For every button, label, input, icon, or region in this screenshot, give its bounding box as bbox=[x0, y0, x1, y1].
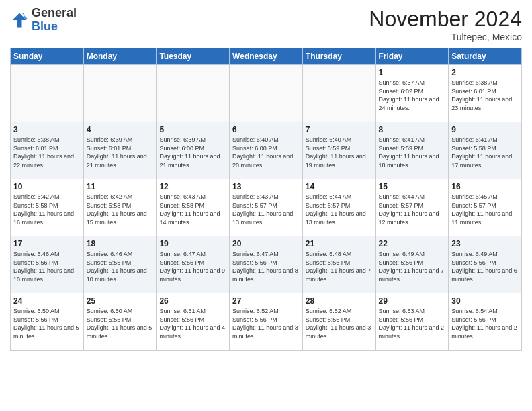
table-row: 4Sunrise: 6:39 AMSunset: 6:01 PMDaylight… bbox=[83, 122, 157, 179]
day-number: 13 bbox=[232, 182, 300, 191]
day-number: 29 bbox=[379, 296, 446, 306]
table-row: 7Sunrise: 6:40 AMSunset: 5:59 PMDaylight… bbox=[302, 122, 375, 179]
col-thursday: Thursday bbox=[302, 48, 375, 65]
title-block: November 2024 Tultepec, Mexico bbox=[369, 7, 522, 42]
day-info: Sunrise: 6:40 AMSunset: 6:00 PMDaylight:… bbox=[232, 136, 300, 169]
month-title: November 2024 bbox=[369, 7, 522, 32]
logo-icon bbox=[10, 11, 29, 30]
day-info: Sunrise: 6:45 AMSunset: 5:57 PMDaylight:… bbox=[451, 193, 519, 226]
day-number: 7 bbox=[306, 125, 373, 134]
table-row: 13Sunrise: 6:43 AMSunset: 5:57 PMDayligh… bbox=[230, 179, 303, 236]
day-number: 3 bbox=[13, 125, 81, 134]
day-info: Sunrise: 6:50 AMSunset: 5:56 PMDaylight:… bbox=[13, 307, 81, 340]
day-info: Sunrise: 6:44 AMSunset: 5:57 PMDaylight:… bbox=[379, 193, 446, 226]
day-info: Sunrise: 6:43 AMSunset: 5:57 PMDaylight:… bbox=[232, 193, 300, 226]
day-number: 16 bbox=[451, 182, 519, 191]
day-number: 10 bbox=[13, 182, 81, 191]
day-info: Sunrise: 6:49 AMSunset: 5:56 PMDaylight:… bbox=[451, 250, 519, 283]
calendar-week-row: 10Sunrise: 6:42 AMSunset: 5:58 PMDayligh… bbox=[11, 179, 522, 236]
day-number: 11 bbox=[87, 182, 154, 191]
page-header: General Blue November 2024 Tultepec, Mex… bbox=[10, 7, 522, 42]
day-info: Sunrise: 6:41 AMSunset: 5:59 PMDaylight:… bbox=[379, 136, 446, 169]
day-number: 18 bbox=[87, 239, 154, 248]
day-info: Sunrise: 6:50 AMSunset: 5:56 PMDaylight:… bbox=[87, 307, 154, 340]
day-number: 2 bbox=[451, 68, 519, 77]
table-row: 17Sunrise: 6:46 AMSunset: 5:56 PMDayligh… bbox=[11, 236, 84, 293]
table-row: 18Sunrise: 6:46 AMSunset: 5:56 PMDayligh… bbox=[83, 236, 157, 293]
svg-marker-0 bbox=[13, 13, 27, 27]
day-number: 30 bbox=[451, 296, 519, 306]
table-row: 24Sunrise: 6:50 AMSunset: 5:56 PMDayligh… bbox=[11, 293, 84, 351]
table-row bbox=[157, 65, 230, 122]
day-info: Sunrise: 6:43 AMSunset: 5:58 PMDaylight:… bbox=[159, 193, 226, 226]
day-info: Sunrise: 6:44 AMSunset: 5:57 PMDaylight:… bbox=[306, 193, 373, 226]
calendar-week-row: 24Sunrise: 6:50 AMSunset: 5:56 PMDayligh… bbox=[11, 293, 522, 351]
day-number: 6 bbox=[232, 125, 300, 134]
logo-blue-text: Blue bbox=[32, 19, 58, 33]
day-info: Sunrise: 6:41 AMSunset: 5:58 PMDaylight:… bbox=[451, 136, 519, 169]
col-friday: Friday bbox=[375, 48, 449, 65]
day-info: Sunrise: 6:37 AMSunset: 6:02 PMDaylight:… bbox=[379, 79, 446, 112]
logo-general-text: General bbox=[32, 6, 77, 19]
table-row: 12Sunrise: 6:43 AMSunset: 5:58 PMDayligh… bbox=[157, 179, 230, 236]
day-number: 24 bbox=[13, 296, 81, 306]
col-saturday: Saturday bbox=[449, 48, 522, 65]
calendar-header-row: Sunday Monday Tuesday Wednesday Thursday… bbox=[11, 48, 522, 65]
calendar-week-row: 1Sunrise: 6:37 AMSunset: 6:02 PMDaylight… bbox=[11, 65, 522, 122]
calendar-table: Sunday Monday Tuesday Wednesday Thursday… bbox=[10, 48, 522, 351]
table-row: 14Sunrise: 6:44 AMSunset: 5:57 PMDayligh… bbox=[302, 179, 375, 236]
calendar-week-row: 3Sunrise: 6:38 AMSunset: 6:01 PMDaylight… bbox=[11, 122, 522, 179]
table-row: 16Sunrise: 6:45 AMSunset: 5:57 PMDayligh… bbox=[449, 179, 522, 236]
day-info: Sunrise: 6:38 AMSunset: 6:01 PMDaylight:… bbox=[13, 136, 81, 169]
table-row: 3Sunrise: 6:38 AMSunset: 6:01 PMDaylight… bbox=[11, 122, 84, 179]
table-row: 5Sunrise: 6:39 AMSunset: 6:00 PMDaylight… bbox=[157, 122, 230, 179]
day-number: 1 bbox=[379, 68, 446, 77]
day-info: Sunrise: 6:47 AMSunset: 5:56 PMDaylight:… bbox=[159, 250, 226, 283]
table-row bbox=[11, 65, 84, 122]
day-number: 27 bbox=[232, 296, 300, 306]
day-info: Sunrise: 6:40 AMSunset: 5:59 PMDaylight:… bbox=[306, 136, 373, 169]
table-row: 2Sunrise: 6:38 AMSunset: 6:01 PMDaylight… bbox=[449, 65, 522, 122]
day-info: Sunrise: 6:49 AMSunset: 5:56 PMDaylight:… bbox=[379, 250, 446, 283]
day-number: 26 bbox=[159, 296, 226, 306]
col-sunday: Sunday bbox=[11, 48, 84, 65]
day-number: 17 bbox=[13, 239, 81, 248]
day-number: 8 bbox=[379, 125, 446, 134]
day-info: Sunrise: 6:47 AMSunset: 5:56 PMDaylight:… bbox=[232, 250, 300, 283]
calendar-page: General Blue November 2024 Tultepec, Mex… bbox=[0, 0, 532, 411]
table-row bbox=[230, 65, 303, 122]
col-monday: Monday bbox=[83, 48, 157, 65]
table-row: 27Sunrise: 6:52 AMSunset: 5:56 PMDayligh… bbox=[230, 293, 303, 351]
table-row: 19Sunrise: 6:47 AMSunset: 5:56 PMDayligh… bbox=[157, 236, 230, 293]
day-info: Sunrise: 6:38 AMSunset: 6:01 PMDaylight:… bbox=[451, 79, 519, 112]
table-row: 1Sunrise: 6:37 AMSunset: 6:02 PMDaylight… bbox=[375, 65, 449, 122]
day-number: 12 bbox=[159, 182, 226, 191]
table-row: 26Sunrise: 6:51 AMSunset: 5:56 PMDayligh… bbox=[157, 293, 230, 351]
day-info: Sunrise: 6:53 AMSunset: 5:56 PMDaylight:… bbox=[379, 307, 446, 340]
table-row: 28Sunrise: 6:52 AMSunset: 5:56 PMDayligh… bbox=[302, 293, 375, 351]
table-row: 10Sunrise: 6:42 AMSunset: 5:58 PMDayligh… bbox=[11, 179, 84, 236]
table-row: 8Sunrise: 6:41 AMSunset: 5:59 PMDaylight… bbox=[375, 122, 449, 179]
day-info: Sunrise: 6:46 AMSunset: 5:56 PMDaylight:… bbox=[87, 250, 154, 283]
table-row bbox=[83, 65, 157, 122]
calendar-week-row: 17Sunrise: 6:46 AMSunset: 5:56 PMDayligh… bbox=[11, 236, 522, 293]
col-wednesday: Wednesday bbox=[230, 48, 303, 65]
day-number: 25 bbox=[87, 296, 154, 306]
day-number: 4 bbox=[87, 125, 154, 134]
col-tuesday: Tuesday bbox=[157, 48, 230, 65]
table-row: 11Sunrise: 6:42 AMSunset: 5:58 PMDayligh… bbox=[83, 179, 157, 236]
day-number: 5 bbox=[159, 125, 226, 134]
table-row: 30Sunrise: 6:54 AMSunset: 5:56 PMDayligh… bbox=[449, 293, 522, 351]
day-info: Sunrise: 6:46 AMSunset: 5:56 PMDaylight:… bbox=[13, 250, 81, 283]
day-number: 9 bbox=[451, 125, 519, 134]
day-number: 20 bbox=[232, 239, 300, 248]
day-info: Sunrise: 6:54 AMSunset: 5:56 PMDaylight:… bbox=[451, 307, 519, 340]
day-info: Sunrise: 6:39 AMSunset: 6:01 PMDaylight:… bbox=[87, 136, 154, 169]
location: Tultepec, Mexico bbox=[369, 32, 522, 42]
table-row bbox=[302, 65, 375, 122]
day-number: 14 bbox=[306, 182, 373, 191]
day-number: 19 bbox=[159, 239, 226, 248]
day-info: Sunrise: 6:42 AMSunset: 5:58 PMDaylight:… bbox=[87, 193, 154, 226]
day-info: Sunrise: 6:48 AMSunset: 5:56 PMDaylight:… bbox=[306, 250, 373, 283]
table-row: 23Sunrise: 6:49 AMSunset: 5:56 PMDayligh… bbox=[449, 236, 522, 293]
